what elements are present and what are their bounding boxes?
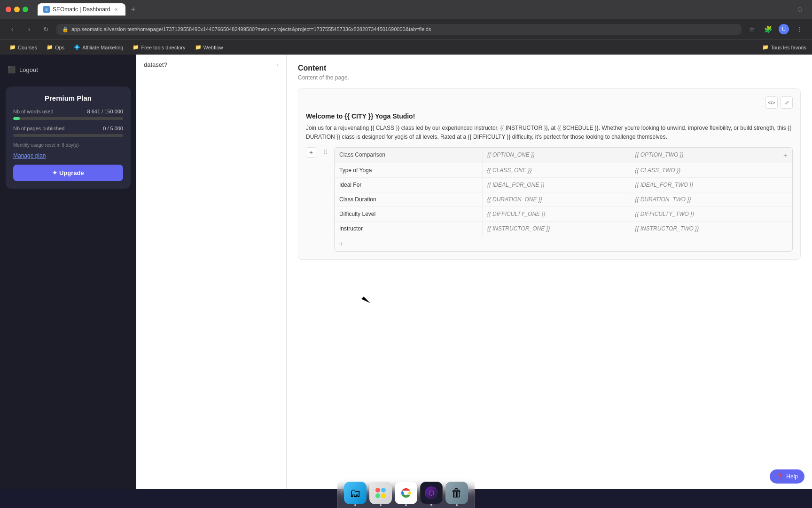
extension-button[interactable]: 🧩 (761, 23, 774, 36)
pages-label: Nb of pages published (13, 126, 64, 131)
help-button[interactable]: ❓ Help (770, 469, 804, 484)
tab-bar: S SEOmatic | Dashboard × + (38, 3, 789, 16)
dock-chrome-icon[interactable] (395, 482, 417, 504)
table-cell-duration-two: {{ DURATION_TWO }} (630, 192, 778, 206)
table-add-row-button[interactable]: + (335, 236, 792, 251)
expand-icon: ⤢ (785, 100, 789, 106)
table-cell-empty (778, 222, 792, 236)
table-header-add[interactable]: + (778, 148, 792, 163)
sidebar-top: ⬛ Logout (0, 60, 136, 83)
premium-plan-title: Premium Plan (13, 94, 123, 102)
drag-handle[interactable]: ⠿ (320, 147, 330, 158)
welcome-title: Welcome to {{ CITY }} Yoga Studio! (306, 112, 793, 120)
editor-panel: Content Content of the page. </> ⤢ Welco… (287, 55, 812, 489)
traffic-lights (6, 7, 28, 12)
table-cell-difficulty-label: Difficulty Level (335, 207, 483, 221)
lock-icon: 🔒 (62, 26, 69, 32)
bookmark-webflow[interactable]: 📁 Webflow (191, 43, 227, 52)
add-row-button[interactable]: + (306, 147, 316, 158)
logout-button[interactable]: ⬛ Logout (8, 64, 129, 75)
content-subheading: Content of the page. (298, 74, 801, 81)
table-cell-class-two: {{ CLASS_TWO }} (630, 163, 778, 177)
table-row: Instructor {{ INSTRUCTOR_ONE }} {{ INSTR… (335, 221, 792, 236)
table-cell-difficulty-one: {{ DIFFICULTY_ONE }} (483, 207, 631, 221)
dock-trash-icon[interactable]: 🗑 (445, 482, 468, 504)
table-cell-class-one: {{ CLASS_ONE }} (483, 163, 631, 177)
comparison-table: Class Comparison {{ OPTION_ONE }} {{ OPT… (334, 147, 793, 252)
table-cell-instructor-two: {{ INSTRUCTOR_TWO }} (630, 222, 778, 236)
table-cell-empty (778, 163, 792, 177)
window-controls-button[interactable]: ⬡ (793, 3, 806, 16)
menu-button[interactable]: ⋮ (793, 23, 806, 36)
folder-icon: 📁 (195, 44, 202, 50)
words-progress-bar (13, 117, 123, 120)
folder-icon: 📁 (133, 44, 139, 50)
manage-plan-link[interactable]: Manage plan (13, 152, 123, 159)
bookmarks-right: 📁 Tous les favoris (762, 44, 806, 50)
questions-panel: dataset? › (136, 55, 287, 489)
words-value: 8 641 / 150 000 (87, 109, 123, 114)
table-cell-ideal-label: Ideal For (335, 178, 483, 192)
code-icon: </> (768, 100, 775, 105)
question-item[interactable]: dataset? › (136, 55, 286, 75)
table-cell-ideal-one: {{ IDEAL_FOR_ONE }} (483, 178, 631, 192)
expand-button[interactable]: ⤢ (781, 96, 793, 109)
reload-button[interactable]: ↻ (39, 23, 53, 36)
table-cell-duration-label: Class Duration (335, 192, 483, 206)
bookmarks-bar: 📁 Courses 📁 Ops 💠 Affiliate Marketing 📁 … (0, 40, 812, 55)
bookmark-courses[interactable]: 📁 Courses (6, 43, 41, 52)
active-tab[interactable]: S SEOmatic | Dashboard × (38, 3, 125, 16)
content-block-header: </> ⤢ (306, 96, 793, 109)
table-cell-instructor-label: Instructor (335, 222, 483, 236)
profile-button[interactable]: U (777, 23, 790, 36)
table-cell-ideal-two: {{ IDEAL_FOR_TWO }} (630, 178, 778, 192)
back-button[interactable]: ‹ (6, 23, 19, 36)
forward-button[interactable]: › (23, 23, 36, 36)
maximize-window-button[interactable] (23, 7, 28, 12)
table-header-col3: {{ OPTION_TWO }} (630, 148, 778, 163)
table-cell-type-label: Type of Yoga (335, 163, 483, 177)
words-progress-fill (13, 117, 20, 120)
tab-favicon: S (43, 6, 50, 13)
dock-launchpad-icon[interactable] (369, 482, 392, 504)
all-favorites-label: Tous les favoris (771, 45, 806, 50)
table-row: Type of Yoga {{ CLASS_ONE }} {{ CLASS_TW… (335, 163, 792, 177)
diamond-icon: 💠 (74, 44, 80, 50)
tab-title: SEOmatic | Dashboard (53, 6, 110, 13)
svg-point-0 (375, 488, 380, 492)
new-tab-button[interactable]: + (127, 3, 140, 16)
bookmark-label: Ops (55, 45, 64, 50)
table-cell-difficulty-two: {{ DIFFICULTY_TWO }} (630, 207, 778, 221)
star-button[interactable]: ☆ (745, 23, 758, 36)
svg-point-3 (381, 493, 386, 498)
pages-progress-bar (13, 134, 123, 137)
bookmark-free-tools[interactable]: 📁 Free tools directory (129, 43, 189, 52)
code-view-button[interactable]: </> (765, 96, 778, 109)
bookmark-affiliate[interactable]: 💠 Affiliate Marketing (70, 43, 127, 52)
tab-close-button[interactable]: × (113, 6, 120, 13)
upgrade-button[interactable]: ✦ Upgrade (13, 165, 123, 181)
content-heading: Content (298, 64, 801, 72)
dock-finder-icon[interactable]: 🗂 (344, 482, 367, 504)
question-text: dataset? (144, 61, 277, 68)
bookmark-label: Webflow (203, 45, 223, 50)
table-cell-empty (778, 207, 792, 221)
folder-icon: 📁 (9, 44, 16, 50)
folder-icon: 📁 (47, 44, 53, 50)
minimize-window-button[interactable] (14, 7, 20, 12)
dock-orion-icon[interactable]: ⬡ (420, 482, 443, 504)
table-header-row: Class Comparison {{ OPTION_ONE }} {{ OPT… (335, 148, 792, 163)
bookmark-ops[interactable]: 📁 Ops (43, 43, 68, 52)
premium-card: Premium Plan Nb of words used 8 641 / 15… (6, 87, 131, 189)
welcome-body: Join us for a rejuvenating {{ CLASS }} c… (306, 124, 793, 142)
svg-point-6 (404, 491, 408, 495)
logout-icon: ⬛ (8, 66, 16, 73)
pages-value: 0 / 5 000 (103, 126, 123, 131)
words-stat-row: Nb of words used 8 641 / 150 000 (13, 109, 123, 114)
chevron-right-icon: › (277, 62, 279, 68)
table-cell-empty (778, 192, 792, 206)
bookmark-label: Free tools directory (141, 45, 185, 50)
close-window-button[interactable] (6, 7, 11, 12)
svg-point-2 (375, 493, 380, 498)
address-bar[interactable]: 🔒 app.seomatic.ai/version-test/homepage/… (56, 24, 742, 35)
